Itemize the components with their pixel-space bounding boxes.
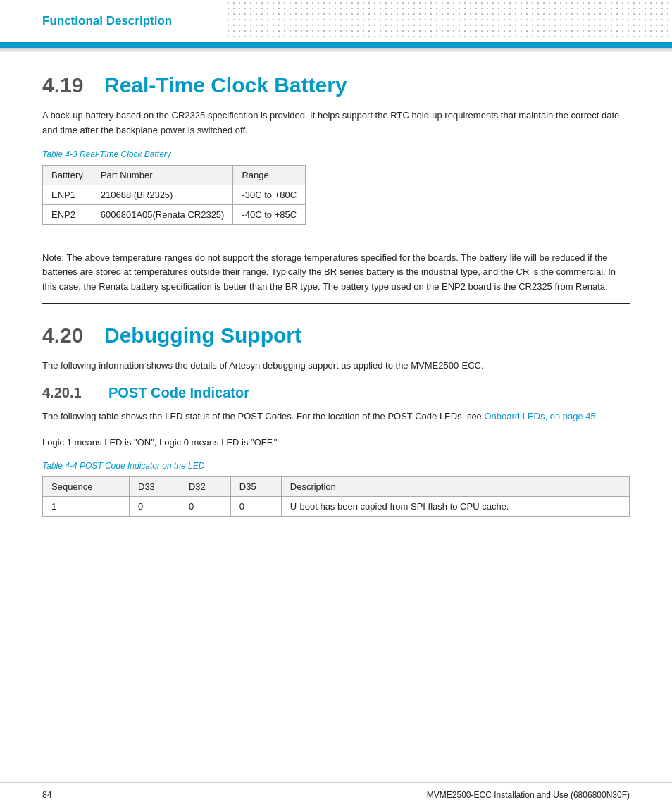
subsection-4201-body3: Logic 1 means LED is "ON", Logic 0 means… [42,436,630,450]
cell-enp1: ENP1 [43,185,92,204]
table-43-header-row: Batttery Part Number Range [43,165,306,185]
table-44-header-row: Sequence D33 D32 D35 Description [43,477,630,497]
table-43-caption: Table 4-3 Real-Time Clock Battery [42,149,630,159]
doc-title: MVME2500-ECC Installation and Use (68068… [427,790,630,800]
cell-desc1: U-boot has been copied from SPI flash to… [281,497,629,517]
subsection-4201-title: POST Code Indicator [108,385,249,401]
table-row: ENP1 210688 (BR2325) -30C to +80C [43,185,306,204]
cell-enp2: ENP2 [43,204,92,224]
gray-bar [0,48,672,52]
cell-d35-1: 0 [230,497,281,517]
cell-d33-1: 0 [130,497,180,517]
table-44: Sequence D33 D32 D35 Description 1 0 0 0… [42,476,630,517]
subsection-4201-body1: The following table shows the LED status… [42,409,630,424]
subsection-4201: 4.20.1 POST Code Indicator The following… [42,385,630,517]
cell-range1: -30C to +80C [233,185,306,204]
cell-range2: -40C to +85C [233,204,306,224]
section-420-intro: The following information shows the deta… [42,359,630,374]
body2-text: . [596,411,599,421]
section-420: 4.20 Debugging Support The following inf… [42,324,630,517]
section-419-number: 4.19 [42,73,92,97]
section-419-heading: 4.19 Real-Time Clock Battery [42,73,630,97]
section-419-intro: A back-up battery based on the CR2325 sp… [42,109,630,138]
main-content: 4.19 Real-Time Clock Battery A back-up b… [0,52,672,565]
header-title-bg: Functional Description [0,0,225,42]
page-header: Functional Description [0,0,672,52]
table-row: ENP2 6006801A05(Renata CR2325) -40C to +… [43,204,306,224]
header-title: Functional Description [42,14,172,28]
cell-seq1: 1 [43,497,130,517]
col-part-number: Part Number [92,165,233,185]
section-420-heading: 4.20 Debugging Support [42,324,630,347]
col-d35: D35 [230,477,281,497]
note-text: Note: The above temperature ranges do no… [42,252,616,292]
section-420-title: Debugging Support [104,324,301,347]
col-d32: D32 [180,477,230,497]
body1-text: The following table shows the LED status… [42,411,484,421]
header-dot-pattern: Functional Description [0,0,672,42]
cell-d32-1: 0 [180,497,230,517]
col-range: Range [233,165,306,185]
onboard-leds-link[interactable]: Onboard LEDs, on page 45 [484,411,595,421]
header-title-bar: Functional Description [0,0,672,42]
col-sequence: Sequence [43,477,130,497]
section-420-number: 4.20 [42,324,92,347]
page-number: 84 [42,790,51,800]
col-d33: D33 [130,477,180,497]
page-footer: 84 MVME2500-ECC Installation and Use (68… [0,782,672,807]
col-battery: Batttery [43,165,92,185]
subsection-4201-heading: 4.20.1 POST Code Indicator [42,385,630,401]
table-row: 1 0 0 0 U-boot has been copied from SPI … [43,497,630,517]
section-419: 4.19 Real-Time Clock Battery A back-up b… [42,73,630,304]
blue-bar [0,42,672,48]
table-44-caption: Table 4-4 POST Code Indicator on the LED [42,461,630,471]
cell-pn1: 210688 (BR2325) [92,185,233,204]
subsection-4201-number: 4.20.1 [42,385,99,401]
cell-pn2: 6006801A05(Renata CR2325) [92,204,233,224]
note-box: Note: The above temperature ranges do no… [42,242,630,304]
col-description: Description [281,477,629,497]
table-43: Batttery Part Number Range ENP1 210688 (… [42,165,306,225]
section-419-title: Real-Time Clock Battery [104,73,347,97]
